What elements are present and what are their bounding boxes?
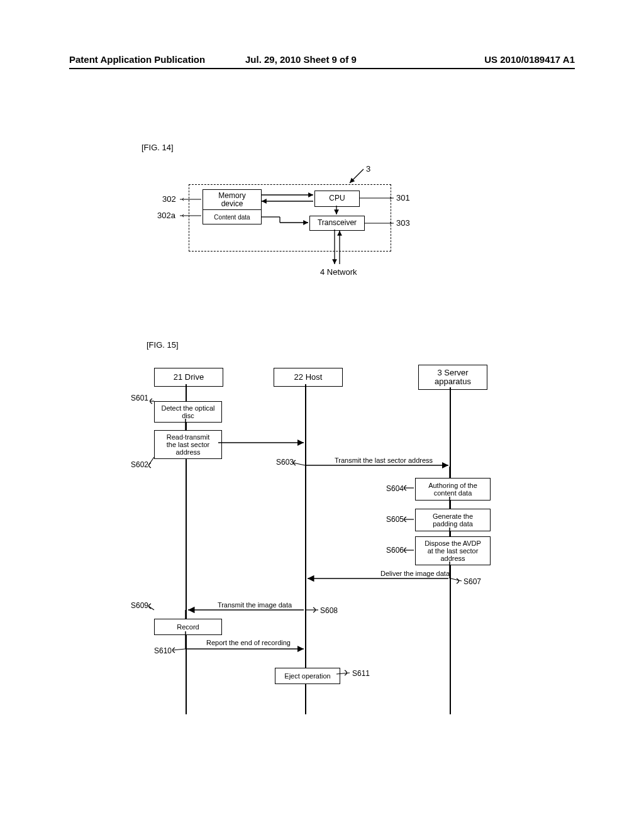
- fig15-caption: [FIG. 15]: [147, 340, 179, 350]
- fig15-arrows: [119, 365, 522, 729]
- header-middle: Jul. 29, 2010 Sheet 9 of 9: [245, 54, 357, 65]
- fig15: 21 Drive 22 Host 3 Server apparatus S601…: [119, 365, 522, 729]
- svg-line-35: [336, 673, 350, 674]
- header-left: Patent Application Publication: [69, 54, 205, 65]
- svg-line-31: [148, 606, 154, 610]
- svg-line-34: [172, 649, 186, 650]
- fig14-connectors: [170, 167, 434, 299]
- svg-line-27: [451, 578, 462, 581]
- svg-line-15: [148, 457, 154, 465]
- fig14: 3 Memory device Content data CPU Transce…: [170, 167, 434, 299]
- page-header: Patent Application Publication Jul. 29, …: [69, 54, 575, 69]
- header-right: US 2010/0189417 A1: [484, 54, 575, 65]
- fig14-caption: [FIG. 14]: [142, 143, 174, 152]
